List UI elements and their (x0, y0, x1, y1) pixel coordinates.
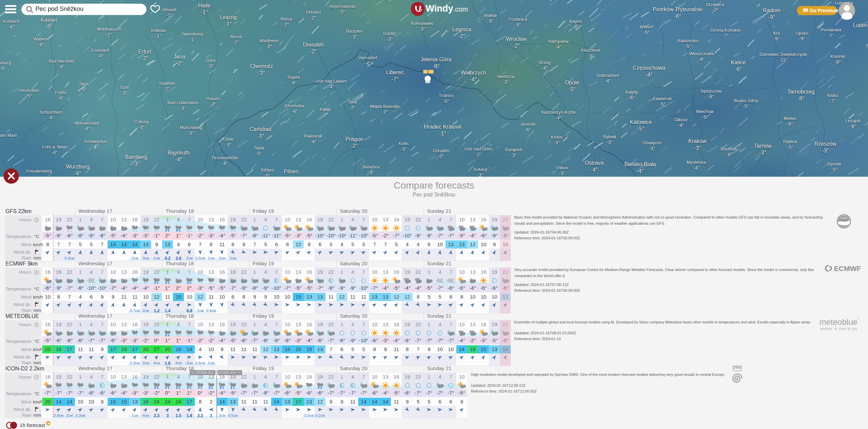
svg-text:ECMWF: ECMWF (834, 265, 861, 272)
svg-text:NOAA: NOAA (841, 217, 847, 219)
svg-text:1h forecast: 1h forecast (20, 422, 45, 428)
